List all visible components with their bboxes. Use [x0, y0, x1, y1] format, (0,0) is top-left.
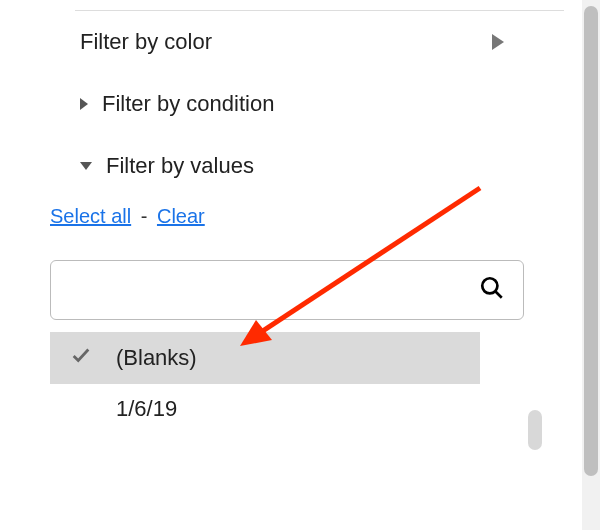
- filter-by-color-label: Filter by color: [80, 29, 212, 55]
- filter-by-color[interactable]: Filter by color: [50, 11, 564, 73]
- svg-line-1: [495, 291, 502, 298]
- value-item-label: (Blanks): [116, 345, 197, 371]
- clear-link[interactable]: Clear: [157, 205, 205, 227]
- chevron-down-icon: [80, 162, 92, 170]
- panel-scrollbar[interactable]: [582, 0, 600, 530]
- filter-by-condition[interactable]: Filter by condition: [50, 73, 564, 135]
- filter-by-condition-label: Filter by condition: [102, 91, 274, 117]
- list-scrollbar-thumb[interactable]: [528, 410, 542, 450]
- check-icon: [68, 344, 94, 372]
- svg-point-0: [482, 278, 497, 293]
- dash-separator: -: [141, 205, 148, 227]
- panel-scrollbar-thumb[interactable]: [584, 6, 598, 476]
- values-list: (Blanks) 1/6/19: [50, 332, 524, 434]
- search-input[interactable]: [69, 261, 479, 319]
- value-item-date[interactable]: 1/6/19: [50, 384, 524, 434]
- filter-by-values-label: Filter by values: [106, 153, 254, 179]
- chevron-right-icon: [492, 34, 504, 50]
- value-item-blanks[interactable]: (Blanks): [50, 332, 480, 384]
- filter-by-values[interactable]: Filter by values: [50, 135, 564, 197]
- chevron-right-icon: [80, 98, 88, 110]
- filter-panel: Filter by color Filter by condition Filt…: [0, 11, 604, 434]
- select-all-link[interactable]: Select all: [50, 205, 131, 227]
- select-links: Select all - Clear: [50, 197, 564, 250]
- search-icon[interactable]: [479, 275, 505, 305]
- value-item-label: 1/6/19: [116, 396, 177, 422]
- search-box[interactable]: [50, 260, 524, 320]
